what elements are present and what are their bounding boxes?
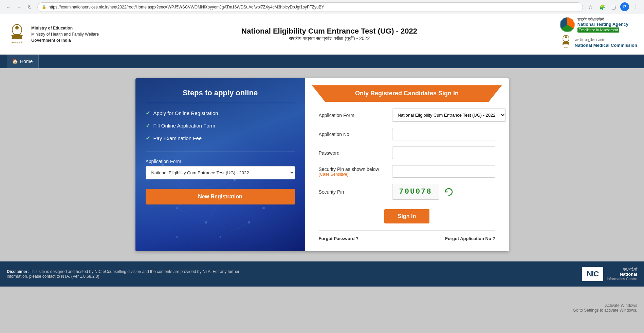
signin-button[interactable]: Sign In	[384, 209, 429, 223]
left-content: Steps to apply online ✓ Apply for Online…	[146, 89, 295, 204]
forgot-password-link[interactable]: Forgot Password ?	[319, 236, 359, 241]
site-nav: 🏠 Home	[0, 55, 644, 68]
footer-disclaimer: Disclaimer: This site is designed and ho…	[7, 269, 244, 279]
nic-full: Informatics Centre	[607, 277, 637, 281]
url-text: https://examinationservices.nic.in/neet2…	[49, 5, 324, 9]
left-app-form-select[interactable]: National Eligibility Cum Entrance Test (…	[146, 166, 295, 179]
signin-actions: Sign In	[319, 206, 495, 223]
step-2: ✓ Fill Online Application Form	[146, 122, 295, 129]
card-container: Steps to apply online ✓ Apply for Online…	[135, 78, 509, 251]
app-no-input[interactable]	[392, 128, 495, 140]
app-form-label: Application Form	[146, 159, 295, 164]
forgot-links: Forgot Password ? Forgot Application No …	[319, 230, 495, 241]
captcha-row: Security Pin 70U078	[319, 184, 495, 200]
app-form-row-right: Application Form National Eligibility Cu…	[319, 109, 495, 122]
reload-button[interactable]: ↻	[25, 2, 35, 12]
left-panel: Steps to apply online ✓ Apply for Online…	[135, 78, 305, 251]
header-left: सत्यमेव जयते Ministry of Education Minis…	[7, 22, 99, 46]
password-input[interactable]	[392, 146, 495, 159]
emblem-icon: सत्यमेव जयते	[7, 22, 27, 46]
security-pin-input[interactable]	[392, 165, 495, 178]
steps-title: Steps to apply online	[146, 89, 295, 103]
nta-circle-icon	[560, 17, 575, 32]
step-1: ✓ Apply for Online Registration	[146, 110, 295, 116]
app-form-row: Application Form National Eligibility Cu…	[146, 159, 295, 179]
menu-button[interactable]: ⋮	[631, 2, 641, 12]
svg-text:सत्यमेव: सत्यमेव	[563, 46, 568, 48]
security-pin-label-wrapper: Security Pin as shown below (Case Sensit…	[319, 166, 387, 177]
new-registration-button[interactable]: New Registration	[146, 189, 295, 204]
check-icon-2: ✓	[146, 122, 150, 129]
nic-name: National	[620, 272, 637, 277]
step-3: ✓ Pay Examination Fee	[146, 135, 295, 141]
svg-point-22	[262, 207, 265, 209]
window-toggle-button[interactable]: ▢	[609, 2, 618, 12]
bookmark-button[interactable]: ☆	[586, 2, 595, 12]
svg-point-23	[205, 221, 207, 224]
browser-bar: ← → ↻ 🔒 https://examinationservices.nic.…	[0, 0, 644, 14]
extensions-button[interactable]: 🧩	[597, 2, 607, 12]
windows-line2: Go to Settings to activate Windows.	[573, 308, 637, 313]
svg-line-16	[220, 222, 249, 237]
svg-point-0	[12, 24, 22, 35]
footer-nic: NIC एन.आई.सी National Informatics Centre	[582, 267, 637, 281]
nmc-emblem-icon: सत्यमेव	[560, 35, 572, 51]
nta-hindi: राष्ट्रीय परीक्षा एजेंसी	[577, 17, 628, 22]
profile-button[interactable]: P	[620, 2, 629, 11]
nmc-logo: सत्यमेव राष्ट्रीय आयुर्विज्ञान आयोग Nati…	[560, 35, 637, 51]
forward-button[interactable]: →	[14, 2, 24, 12]
step3-text: Pay Examination Fee	[153, 135, 202, 141]
nic-logo-text: NIC	[587, 270, 599, 278]
svg-point-6	[565, 36, 567, 38]
nic-logo: NIC	[582, 267, 603, 281]
windows-watermark: Activate Windows Go to Settings to activ…	[573, 303, 637, 313]
check-icon-1: ✓	[146, 110, 150, 116]
sub-title: राष्ट्रीय पात्रता सह प्रवेश परीक्षा (यूज…	[241, 36, 417, 41]
password-label: Password	[319, 150, 387, 156]
nta-main: National Testing Agency	[577, 22, 628, 27]
home-icon: 🏠	[12, 59, 18, 64]
signin-header: Only Registered Candidates Sign In	[312, 85, 502, 102]
nic-text-block: एन.आई.सी National Informatics Centre	[607, 267, 637, 281]
disclaimer-bold: Disclaimer:	[7, 269, 29, 274]
nta-tagline: Excellence in Assessment	[577, 27, 620, 33]
site-footer: Disclaimer: This site is designed and ho…	[0, 261, 644, 287]
app-form-select-right[interactable]: National Eligibility Cum Entrance Test (…	[392, 109, 506, 122]
nmc-hindi: राष्ट्रीय आयुर्विज्ञान आयोग	[575, 38, 637, 42]
home-nav-item[interactable]: 🏠 Home	[7, 55, 39, 68]
app-form-label-right: Application Form	[319, 113, 387, 118]
site-header: सत्यमेव जयते Ministry of Education Minis…	[0, 14, 644, 55]
steps-list: ✓ Apply for Online Registration ✓ Fill O…	[146, 110, 295, 141]
nta-logo: राष्ट्रीय परीक्षा एजेंसी National Testin…	[560, 17, 628, 33]
main-content: Steps to apply online ✓ Apply for Online…	[0, 68, 644, 261]
captcha-display: 70U078	[392, 184, 439, 200]
svg-point-25	[248, 221, 250, 224]
ministry-line2: Ministry of Health and Family Welfare	[31, 31, 99, 37]
step1-text: Apply for Online Registration	[153, 110, 218, 116]
svg-text:सत्यमेव जयते: सत्यमेव जयते	[11, 41, 23, 44]
security-pin-row: Security Pin as shown below (Case Sensit…	[319, 165, 495, 178]
signin-form: Application Form National Eligibility Cu…	[305, 102, 509, 251]
divider	[146, 152, 295, 152]
app-no-row: Application No	[319, 128, 495, 140]
security-case-note: (Case Sensitive)	[319, 172, 387, 177]
ministry-text: Ministry of Education Ministry of Health…	[31, 25, 99, 43]
security-pin-label: Security Pin as shown below	[319, 166, 387, 172]
nic-hindi: एन.आई.सी	[623, 267, 637, 272]
address-bar[interactable]: 🔒 https://examinationservices.nic.in/nee…	[37, 2, 583, 12]
header-right: राष्ट्रीय परीक्षा एजेंसी National Testin…	[560, 17, 637, 51]
back-button[interactable]: ←	[3, 2, 13, 12]
home-label: Home	[20, 59, 33, 64]
app-no-label: Application No	[319, 132, 387, 137]
browser-nav-buttons: ← → ↻	[3, 2, 35, 12]
header-center: National Eligibility Cum Entrance Test (…	[241, 27, 417, 41]
browser-action-buttons: ☆ 🧩 ▢ P ⋮	[586, 2, 641, 12]
svg-point-24	[176, 207, 178, 209]
ministry-line3: Government of India	[31, 37, 99, 43]
svg-point-1	[15, 26, 19, 30]
nic-logo-box: NIC	[585, 268, 601, 280]
main-title: National Eligibility Cum Entrance Test (…	[241, 27, 417, 36]
check-icon-3: ✓	[146, 135, 150, 141]
forgot-application-link[interactable]: Forgot Application No ?	[445, 236, 495, 241]
captcha-refresh-button[interactable]	[443, 186, 455, 198]
